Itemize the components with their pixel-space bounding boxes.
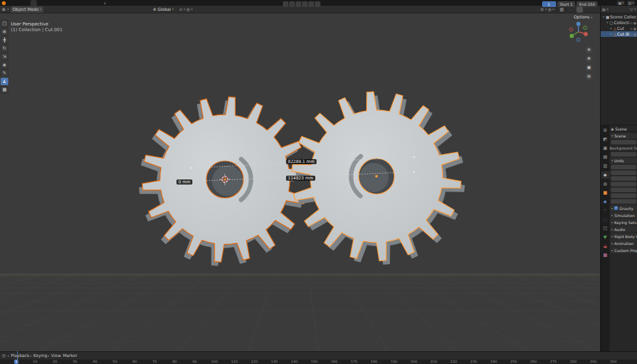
disclosure-triangle-icon[interactable]: ▾ <box>602 15 605 18</box>
rotation-unit-field[interactable] <box>611 176 636 181</box>
timeline-menu-keying[interactable]: Keying ▾ <box>33 353 49 358</box>
panel-simulation[interactable]: ▸ Simulation <box>610 212 637 218</box>
zoom-icon[interactable]: ⊕ <box>585 46 592 53</box>
props-tab-constraints[interactable]: ◫ <box>601 225 610 232</box>
blender-logo-icon[interactable] <box>2 1 6 5</box>
props-tab-tool[interactable]: ◩ <box>601 136 610 143</box>
shading-material-icon[interactable] <box>583 6 590 13</box>
unit-scale-field[interactable] <box>611 171 636 175</box>
workspace-tab-rendering[interactable] <box>75 0 82 6</box>
measure-endpoint[interactable] <box>190 167 192 169</box>
camera-field[interactable] <box>611 140 636 144</box>
jump-to-start-button[interactable] <box>283 1 289 7</box>
shading-rendered-icon[interactable] <box>590 6 597 13</box>
hide-viewport-eye-icon[interactable]: ⊙ <box>630 27 633 31</box>
mode-dropdown[interactable]: Object Mode ▾ <box>11 6 43 13</box>
perspective-toggle-icon[interactable]: ⊞ <box>585 73 592 80</box>
props-tab-scene[interactable]: ◈ <box>601 171 610 179</box>
hide-viewport-eye-icon[interactable]: ⊙ <box>630 32 633 36</box>
timeline-menu-marker[interactable]: Marker <box>63 353 77 358</box>
next-keyframe-button[interactable] <box>308 1 314 7</box>
props-tab-material[interactable]: ◒ <box>601 242 610 250</box>
disclosure-triangle-icon[interactable]: ▸ <box>610 27 613 30</box>
checkbox-checked-icon[interactable]: ✓ <box>614 206 618 210</box>
panel-keying-sets[interactable]: ▸ Keying Sets <box>610 219 637 225</box>
options-dropdown[interactable]: Options ▾ <box>574 15 592 20</box>
temperature-unit-field[interactable] <box>611 199 636 204</box>
props-tab-object[interactable]: ■ <box>601 189 610 197</box>
viewport-3d[interactable]: ▢⊕╋↻⇲◈✎∡▦ User Perspective (1) Collectio… <box>0 13 600 351</box>
current-frame-field[interactable]: 1 <box>542 1 556 7</box>
workspace-tab-scripting[interactable] <box>94 0 101 6</box>
workspace-tab-shading[interactable] <box>62 0 69 6</box>
chevron-down-icon[interactable]: ▾ <box>545 8 547 11</box>
tool-cursor[interactable]: ⊕ <box>1 28 8 36</box>
scene-panel-header[interactable]: ▾ Scene <box>610 133 637 139</box>
timeline-editor-icon[interactable]: ◷ <box>2 353 6 358</box>
props-tab-view-layer[interactable]: ▥ <box>601 162 610 170</box>
props-tab-output[interactable]: ▤ <box>601 153 610 161</box>
workspace-tab-geometry-nodes[interactable] <box>88 0 94 6</box>
tool-rotate[interactable]: ↻ <box>1 45 8 52</box>
background-scene-field[interactable] <box>611 152 636 157</box>
pan-hand-icon[interactable]: ✥ <box>585 55 592 62</box>
props-tab-world[interactable]: ◍ <box>601 180 610 188</box>
disable-render-icon[interactable]: ▣ <box>633 32 636 36</box>
outliner-row-scene-collection[interactable]: ▾ ▦ Scene Collection <box>601 14 637 20</box>
playhead-frame-label[interactable]: 1 <box>14 360 19 364</box>
shading-wireframe-icon[interactable] <box>569 6 576 13</box>
properties-editor-icon[interactable]: ⊞ <box>601 127 610 134</box>
proportional-editing-icon[interactable]: ◎ <box>186 7 190 12</box>
frame-ruler[interactable]: 1020304050607080901001101201301401501601… <box>0 360 637 364</box>
tool-annotate[interactable]: ✎ <box>1 69 8 77</box>
panel-animation[interactable]: ▸ Animation <box>610 240 637 246</box>
workspace-tab-modeling[interactable] <box>37 0 43 6</box>
disable-render-icon[interactable]: ▣ <box>633 27 636 31</box>
props-tab-physics[interactable]: ◌ <box>601 216 610 223</box>
magnet-icon[interactable]: ∩ <box>179 7 182 12</box>
viewport-canvas[interactable] <box>0 13 600 351</box>
props-tab-data[interactable]: ▼ <box>601 234 610 241</box>
transform-orientation-dropdown[interactable]: ⊕ Global ▾ <box>153 7 173 12</box>
timeline-menu-view[interactable]: View <box>51 353 61 358</box>
overlays-toggle-icon[interactable]: ◎ <box>548 7 552 12</box>
measure-endpoint[interactable] <box>413 157 415 158</box>
disclosure-triangle-icon[interactable]: ▸ <box>610 32 613 36</box>
workspace-tab-animation[interactable] <box>69 0 75 6</box>
view-layer-selector[interactable]: ▥ ▾ <box>627 1 635 5</box>
chevron-down-icon[interactable]: ▾ <box>191 8 192 11</box>
outliner-row-cut[interactable]: ▸ △ Cut ⊙ ▣ <box>601 25 637 31</box>
tool-move[interactable]: ╋ <box>1 36 8 44</box>
shading-solid-icon[interactable] <box>576 6 583 13</box>
outliner-row-collection[interactable]: ▾ ▢ Collection ⊙ ▣ <box>601 20 637 25</box>
outliner-editor-icon[interactable]: ▤ <box>602 7 606 11</box>
measure-endpoint[interactable] <box>413 171 415 172</box>
prev-keyframe-button[interactable] <box>289 1 295 7</box>
mass-unit-field[interactable] <box>611 188 636 192</box>
props-tab-modifiers[interactable]: ◆ <box>601 198 610 206</box>
props-tab-particles[interactable]: ∵ <box>601 207 610 214</box>
gizmos-toggle-icon[interactable]: ⊙ <box>540 7 543 12</box>
chevron-down-icon[interactable]: ▾ <box>183 8 185 11</box>
hide-viewport-eye-icon[interactable]: ⊙ <box>630 21 633 25</box>
jump-to-end-button[interactable] <box>315 1 320 7</box>
workspace-tab-sculpting[interactable] <box>43 0 50 6</box>
outliner-row-cut-001[interactable]: ▸ △ Cut.001 ⊙ ▣ <box>601 31 637 37</box>
panel-rigid-body-world[interactable]: ▸ Rigid Body World <box>610 233 637 239</box>
tool-scale[interactable]: ⇲ <box>1 53 8 60</box>
workspace-tab-layout[interactable] <box>31 0 37 6</box>
workspace-tab-texture-paint[interactable] <box>56 0 62 6</box>
play-reverse-button[interactable] <box>296 1 301 7</box>
units-panel-header[interactable]: ▾ Units <box>610 158 637 164</box>
navigation-gizmo[interactable] <box>567 20 590 43</box>
end-frame-field[interactable]: End 250 <box>576 1 598 7</box>
panel-audio[interactable]: ▸ Audio <box>610 226 637 232</box>
tool-transform[interactable]: ◈ <box>1 61 8 69</box>
disable-render-icon[interactable]: ▣ <box>633 21 636 25</box>
panel-custom-properties[interactable]: ▸ Custom Properties <box>610 247 637 253</box>
timeline-menu-playback[interactable]: Playback ▾ <box>11 353 31 358</box>
props-tab-render[interactable]: ▣ <box>601 144 610 152</box>
tool-measure[interactable]: ∡ <box>1 78 8 85</box>
disclosure-triangle-icon[interactable]: ▾ <box>606 21 609 24</box>
play-button[interactable] <box>302 1 308 7</box>
